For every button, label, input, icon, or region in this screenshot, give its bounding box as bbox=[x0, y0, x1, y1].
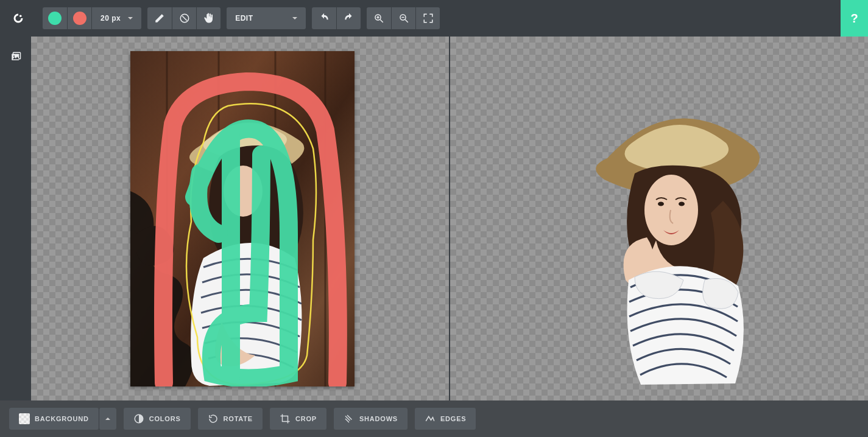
fullscreen-button[interactable] bbox=[415, 7, 440, 29]
history-group bbox=[312, 7, 361, 29]
colors-icon bbox=[133, 413, 144, 424]
source-panel[interactable] bbox=[31, 37, 449, 400]
shadows-label: SHADOWS bbox=[359, 415, 398, 422]
images-sidebar-button[interactable] bbox=[5, 46, 27, 68]
svg-point-0 bbox=[19, 15, 22, 17]
svg-line-8 bbox=[405, 19, 408, 23]
svg-line-2 bbox=[182, 16, 187, 21]
bottom-toolbar: BACKGROUND COLORS ROTATE CROP SHADOWS ED… bbox=[0, 400, 868, 437]
brush-size-label: 20 px bbox=[101, 14, 121, 23]
result-subject bbox=[583, 97, 766, 385]
crop-icon bbox=[280, 413, 291, 424]
rotate-label: ROTATE bbox=[224, 415, 253, 422]
chevron-down-icon bbox=[289, 14, 297, 23]
source-canvas[interactable] bbox=[130, 51, 355, 386]
clear-button[interactable] bbox=[172, 7, 196, 29]
zoom-out-icon bbox=[398, 13, 409, 24]
background-button[interactable]: BACKGROUND bbox=[9, 408, 99, 430]
edges-icon bbox=[425, 413, 436, 424]
keep-color-swatch bbox=[48, 12, 62, 25]
logo-icon bbox=[13, 13, 24, 24]
pan-button[interactable] bbox=[196, 7, 221, 29]
top-toolbar: 20 px EDIT bbox=[0, 0, 868, 37]
result-panel[interactable] bbox=[450, 37, 868, 400]
rotate-icon bbox=[208, 413, 219, 424]
app-logo[interactable] bbox=[0, 0, 37, 37]
background-more-button[interactable] bbox=[99, 408, 116, 430]
eraser-icon bbox=[154, 13, 165, 24]
marker-group: 20 px bbox=[43, 7, 141, 29]
remove-marker-button[interactable] bbox=[67, 7, 91, 29]
edges-button[interactable]: EDGES bbox=[415, 408, 476, 430]
colors-label: COLORS bbox=[149, 415, 181, 422]
edit-tools-group bbox=[147, 7, 221, 29]
zoom-in-button[interactable] bbox=[367, 7, 391, 29]
crop-label: CROP bbox=[295, 415, 317, 422]
edit-dropdown-label: EDIT bbox=[235, 14, 253, 23]
undo-icon bbox=[319, 13, 330, 24]
edit-dropdown[interactable]: EDIT bbox=[227, 7, 306, 29]
brush-size-dropdown[interactable]: 20 px bbox=[91, 7, 141, 29]
svg-point-12 bbox=[13, 55, 14, 57]
undo-button[interactable] bbox=[312, 7, 336, 29]
colors-button[interactable]: COLORS bbox=[124, 408, 191, 430]
svg-point-21 bbox=[658, 202, 664, 206]
zoom-out-button[interactable] bbox=[391, 7, 415, 29]
hand-icon bbox=[203, 13, 214, 24]
background-group: BACKGROUND bbox=[9, 408, 116, 430]
transparency-swatch-icon bbox=[19, 413, 30, 424]
edges-label: EDGES bbox=[440, 415, 467, 422]
svg-line-4 bbox=[380, 19, 383, 23]
source-image bbox=[130, 51, 355, 386]
background-label: BACKGROUND bbox=[35, 415, 89, 422]
left-sidebar bbox=[0, 37, 31, 400]
remove-color-swatch bbox=[73, 12, 86, 25]
main-body bbox=[0, 37, 868, 400]
shadows-button[interactable]: SHADOWS bbox=[334, 408, 408, 430]
clear-icon bbox=[179, 13, 190, 24]
rotate-button[interactable]: ROTATE bbox=[198, 408, 263, 430]
crop-button[interactable]: CROP bbox=[270, 408, 326, 430]
zoom-group bbox=[367, 7, 440, 29]
fullscreen-icon bbox=[423, 13, 434, 24]
redo-icon bbox=[344, 13, 355, 24]
help-button[interactable]: ? bbox=[841, 0, 868, 37]
shadows-icon bbox=[344, 413, 355, 424]
redo-button[interactable] bbox=[336, 7, 361, 29]
workarea bbox=[31, 37, 868, 400]
images-icon bbox=[10, 51, 21, 62]
svg-point-20 bbox=[644, 175, 698, 245]
svg-point-22 bbox=[679, 202, 685, 206]
help-icon: ? bbox=[850, 12, 858, 26]
keep-marker-button[interactable] bbox=[43, 7, 67, 29]
edit-dropdown-group: EDIT bbox=[227, 7, 306, 29]
eraser-button[interactable] bbox=[147, 7, 172, 29]
zoom-in-icon bbox=[373, 13, 384, 24]
